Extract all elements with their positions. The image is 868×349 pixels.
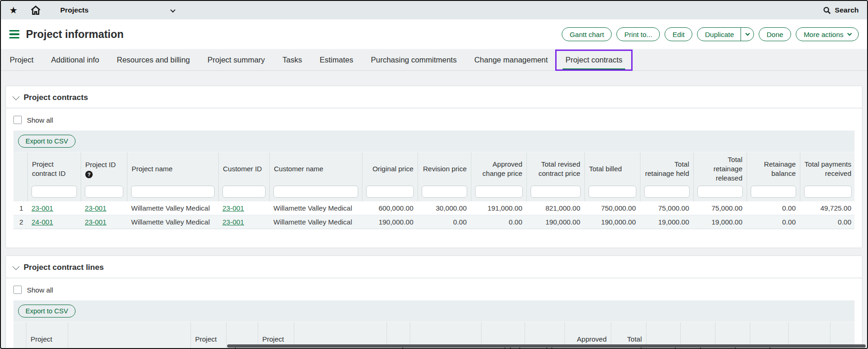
column-label: Total revised contract price bbox=[527, 152, 584, 186]
table-row[interactable]: 224-00123-001Willamette Valley Medical23… bbox=[13, 215, 855, 229]
home-icon[interactable] bbox=[31, 6, 41, 15]
column-header-blank-2 bbox=[68, 322, 190, 349]
duplicate-button[interactable]: Duplicate bbox=[697, 27, 754, 41]
chevron-down-icon bbox=[847, 31, 852, 36]
tab-label: Project summary bbox=[208, 56, 265, 64]
show-all-control: Show all bbox=[13, 286, 855, 294]
tab-project[interactable]: Project bbox=[1, 49, 42, 70]
filter-input-project-id[interactable] bbox=[85, 186, 123, 198]
button-label: More actions bbox=[804, 31, 843, 38]
cell-total-payments-received: 49,725.00 bbox=[800, 201, 855, 215]
column-header-project-contract-id: Project contract ID bbox=[27, 152, 81, 201]
show-all-checkbox[interactable] bbox=[13, 286, 22, 294]
print-to-button[interactable]: Print to... bbox=[616, 27, 660, 41]
button-label: Duplicate bbox=[705, 31, 734, 38]
column-filter bbox=[81, 186, 127, 201]
breadcrumb[interactable]: Projects bbox=[60, 6, 89, 14]
cell-total-retainage-released: 19,000.00 bbox=[693, 215, 747, 229]
column-filter bbox=[640, 186, 693, 201]
column-label: Total retainage released bbox=[694, 152, 747, 186]
cell-total-billed: 190,000.00 bbox=[584, 215, 640, 229]
column-label: Approved change price bbox=[471, 152, 526, 186]
tab-tasks[interactable]: Tasks bbox=[274, 49, 311, 70]
tab-project-summary[interactable]: Project summary bbox=[199, 49, 274, 70]
link-project-contract-id[interactable]: 23-001 bbox=[32, 204, 53, 212]
tab-purchasing-commitments[interactable]: Purchasing commitments bbox=[362, 49, 465, 70]
column-label: Total payments received bbox=[800, 152, 855, 186]
horizontal-scrollbar[interactable] bbox=[227, 344, 866, 348]
favorite-star-icon[interactable]: ★ bbox=[9, 6, 18, 15]
tab-label: Project contracts bbox=[565, 56, 622, 64]
tab-estimates[interactable]: Estimates bbox=[311, 49, 362, 70]
column-filter bbox=[585, 186, 640, 201]
duplicate-chevron-down-icon[interactable] bbox=[741, 33, 754, 36]
cell-approved-change-price: 191,000.00 bbox=[471, 201, 526, 215]
cell-project-name: Willamette Valley Medical bbox=[127, 201, 218, 215]
column-label: Total billed bbox=[585, 152, 640, 186]
filter-input-customer-id[interactable] bbox=[222, 186, 266, 198]
done-button[interactable]: Done bbox=[759, 27, 791, 41]
app-window: ★ Projects Search Project information Ga… bbox=[0, 0, 868, 349]
cell-project-contract-id: 23-001 bbox=[27, 201, 81, 215]
column-label: Project contract ID bbox=[28, 152, 81, 186]
cell-project-id: 23-001 bbox=[81, 201, 127, 215]
collapse-chevron-icon[interactable] bbox=[13, 262, 20, 270]
record-list-icon[interactable] bbox=[9, 30, 19, 39]
edit-button[interactable]: Edit bbox=[665, 27, 692, 41]
gantt-chart-button[interactable]: Gantt chart bbox=[562, 27, 612, 41]
column-header-customer-id: Customer ID bbox=[218, 152, 269, 201]
project-contract-lines-panel: Project contract lines Show all Export t… bbox=[6, 256, 862, 349]
filter-input-total-billed[interactable] bbox=[589, 186, 636, 198]
link-project-id[interactable]: 23-001 bbox=[85, 218, 107, 226]
breadcrumb-chevron-down-icon[interactable] bbox=[171, 6, 175, 14]
filter-input-retainage-balance[interactable] bbox=[751, 186, 796, 198]
export-to-csv-button[interactable]: Export to CSV bbox=[18, 305, 76, 318]
tab-additional-info[interactable]: Additional info bbox=[42, 49, 108, 70]
filter-input-total-retainage-held[interactable] bbox=[644, 186, 690, 198]
button-label: Gantt chart bbox=[570, 31, 604, 38]
cell-retainage-balance: 0.00 bbox=[747, 215, 800, 229]
column-label-text: Project name bbox=[132, 164, 172, 174]
column-label: Revision price bbox=[418, 152, 471, 186]
filter-input-revision-price[interactable] bbox=[422, 186, 467, 198]
cell-total-revised-contract-price: 190,000.00 bbox=[526, 215, 584, 229]
link-customer-id[interactable]: 23-001 bbox=[222, 204, 244, 212]
cell-rownum: 1 bbox=[13, 201, 27, 215]
column-header-project-name: Project name bbox=[127, 152, 218, 201]
export-to-csv-button[interactable]: Export to CSV bbox=[18, 135, 76, 148]
show-all-checkbox[interactable] bbox=[13, 116, 22, 124]
cell-project-contract-id: 24-001 bbox=[27, 215, 81, 229]
column-filter bbox=[694, 186, 747, 201]
search-icon bbox=[823, 6, 831, 14]
column-header-retainage-balance: Retainage balance bbox=[747, 152, 800, 201]
column-header-total-retainage-released: Total retainage released bbox=[693, 152, 747, 201]
filter-input-customer-name[interactable] bbox=[273, 186, 358, 198]
tab-project-contracts[interactable]: Project contracts bbox=[557, 49, 631, 70]
link-project-contract-id[interactable]: 24-001 bbox=[32, 218, 53, 226]
column-header-original-price: Original price bbox=[362, 152, 418, 201]
more-actions-button[interactable]: More actions bbox=[796, 27, 859, 41]
column-header-revision-price: Revision price bbox=[418, 152, 471, 201]
contract-lines-grid: Export to CSV ProjectProjectLineProjectT… bbox=[13, 300, 855, 349]
column-filter bbox=[13, 186, 27, 201]
show-all-label: Show all bbox=[27, 286, 53, 294]
filter-input-project-contract-id[interactable] bbox=[32, 186, 77, 198]
link-customer-id[interactable]: 23-001 bbox=[222, 218, 244, 226]
tab-change-management[interactable]: Change management bbox=[465, 49, 557, 70]
search-button[interactable]: Search bbox=[823, 6, 859, 14]
help-icon[interactable]: ? bbox=[85, 171, 93, 178]
tab-resources-and-billing[interactable]: Resources and billing bbox=[108, 49, 199, 70]
filter-input-total-revised-contract-price[interactable] bbox=[531, 186, 581, 198]
filter-input-total-retainage-released[interactable] bbox=[697, 186, 743, 198]
link-project-id[interactable]: 23-001 bbox=[85, 204, 107, 212]
grid-toolbar: Export to CSV bbox=[13, 300, 855, 322]
column-label-text: Retainage balance bbox=[751, 160, 796, 178]
collapse-chevron-icon[interactable] bbox=[13, 93, 20, 100]
table-row[interactable]: 123-00123-001Willamette Valley Medical23… bbox=[13, 201, 855, 215]
filter-input-total-payments-received[interactable] bbox=[804, 186, 852, 198]
column-label-text: Customer name bbox=[274, 164, 323, 174]
filter-input-approved-change-price[interactable] bbox=[475, 186, 523, 198]
filter-input-original-price[interactable] bbox=[366, 186, 414, 198]
filter-input-project-name[interactable] bbox=[131, 186, 215, 198]
show-all-control: Show all bbox=[13, 116, 855, 124]
